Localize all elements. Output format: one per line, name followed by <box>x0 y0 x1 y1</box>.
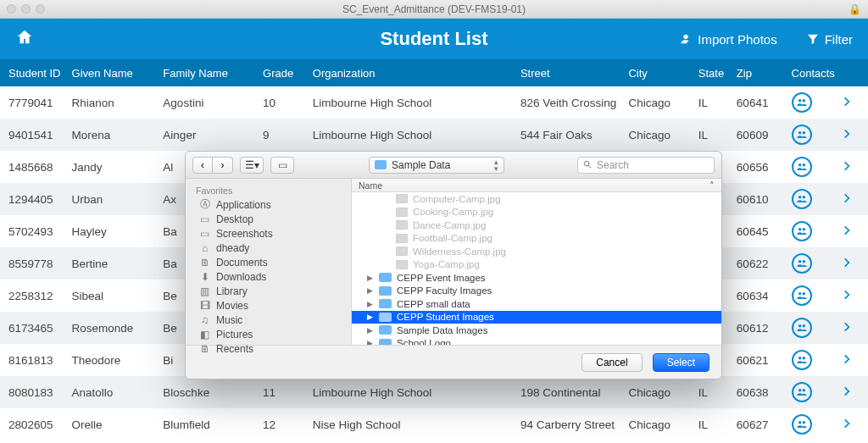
chevron-right-icon <box>841 96 853 108</box>
home-button[interactable] <box>15 28 34 50</box>
image-thumb-icon <box>396 234 408 243</box>
sidebar-item[interactable]: ⌂dheady <box>186 241 351 255</box>
cell-family-name: Bloschke <box>163 386 263 399</box>
file-item[interactable]: Cooking-Camp.jpg <box>352 206 721 219</box>
contacts-button[interactable] <box>792 382 812 402</box>
contacts-button[interactable] <box>792 285 812 306</box>
row-detail-button[interactable] <box>841 355 853 368</box>
col-contacts[interactable]: Contacts <box>792 67 842 80</box>
search-input[interactable]: Search <box>577 157 715 174</box>
row-detail-button[interactable] <box>841 387 853 400</box>
sidebar-item[interactable]: ♫Music <box>186 313 351 327</box>
disclosure-triangle-icon[interactable]: ▶ <box>367 274 374 282</box>
table-row[interactable]: 9401541MorenaAinger9Limbourne High Schoo… <box>0 119 868 151</box>
sidebar-item[interactable]: ⒶApplications <box>186 197 351 212</box>
folder-item[interactable]: ▶Sample Data Images <box>352 324 721 337</box>
minimize-icon[interactable] <box>21 4 31 14</box>
nav-back-button[interactable]: ‹ <box>192 157 213 174</box>
contacts-button[interactable] <box>792 125 812 145</box>
contacts-button[interactable] <box>792 350 812 370</box>
zoom-icon[interactable] <box>36 4 45 14</box>
sidebar-item[interactable]: ▥Library <box>186 284 351 298</box>
folder-item[interactable]: ▶CEPP Faculty Images <box>352 285 721 298</box>
traffic-lights[interactable] <box>7 4 45 14</box>
disclosure-triangle-icon[interactable]: ▶ <box>367 339 374 345</box>
disclosure-triangle-icon[interactable]: ▶ <box>367 286 374 295</box>
table-row[interactable]: 2802605OrelleBlumfield12Nise High School… <box>0 408 868 440</box>
contacts-button[interactable] <box>792 414 812 435</box>
filter-label: Filter <box>825 32 853 47</box>
sidebar-item[interactable]: ⬇Downloads <box>186 269 351 284</box>
col-family-name[interactable]: Family Name <box>163 67 263 80</box>
row-detail-button[interactable] <box>841 323 853 335</box>
nav-forward-button[interactable]: › <box>213 157 233 174</box>
cell-given-name: Anatollo <box>72 386 164 399</box>
nav-back-forward[interactable]: ‹ › <box>192 157 233 174</box>
row-detail-button[interactable] <box>841 97 853 110</box>
folder-item[interactable]: ▶School Logo <box>352 337 721 346</box>
sidebar-item-icon: ▥ <box>199 285 210 297</box>
filter-button[interactable]: Filter <box>806 32 853 47</box>
close-icon[interactable] <box>7 4 16 14</box>
funnel-icon <box>806 32 820 46</box>
file-item[interactable]: Wilderness-Camp.jpg <box>352 245 721 258</box>
row-detail-button[interactable] <box>841 258 853 271</box>
file-item[interactable]: Football-Camp.jpg <box>352 232 721 246</box>
folder-icon <box>379 313 392 322</box>
disclosure-triangle-icon[interactable]: ▶ <box>367 313 374 321</box>
group-button[interactable]: ▭ <box>270 157 294 174</box>
cell-family-name: Ainger <box>163 129 263 141</box>
disclosure-triangle-icon[interactable]: ▶ <box>367 300 374 308</box>
col-zip[interactable]: Zip <box>737 67 792 80</box>
file-item[interactable]: Dance-Camp.jpg <box>352 219 721 232</box>
folder-item[interactable]: ▶CEPP Event Images <box>352 271 721 285</box>
file-name: Dance-Camp.jpg <box>413 220 486 230</box>
folder-item[interactable]: ▶CEPP small data <box>352 297 721 311</box>
contacts-button[interactable] <box>792 253 812 274</box>
contacts-button[interactable] <box>792 157 812 177</box>
table-row[interactable]: 7779041RhianonAgostini10Limbourne High S… <box>0 86 868 119</box>
disclosure-triangle-icon[interactable]: ▶ <box>367 326 374 335</box>
sidebar-item[interactable]: ▭Desktop <box>186 212 351 226</box>
row-detail-button[interactable] <box>841 162 853 174</box>
contacts-button[interactable] <box>792 318 812 338</box>
image-thumb-icon <box>396 208 408 217</box>
col-street[interactable]: Street <box>520 67 628 80</box>
col-student-id[interactable]: Student ID <box>8 67 72 80</box>
row-detail-button[interactable] <box>841 226 853 239</box>
search-placeholder: Search <box>597 159 629 171</box>
col-organization[interactable]: Organization <box>313 67 520 80</box>
folder-item[interactable]: ▶CEPP Student Images <box>352 311 721 324</box>
row-detail-button[interactable] <box>841 194 853 207</box>
sidebar-item[interactable]: ◧Pictures <box>186 327 351 341</box>
col-state[interactable]: State <box>698 67 737 80</box>
row-detail-button[interactable] <box>841 130 853 142</box>
contacts-button[interactable] <box>792 221 812 241</box>
folder-dropdown[interactable]: Sample Data ▴▾ <box>369 157 504 174</box>
sidebar-item[interactable]: 🗎Recents <box>186 341 351 356</box>
import-photos-button[interactable]: Import Photos <box>679 32 776 47</box>
row-detail-button[interactable] <box>841 419 853 432</box>
cancel-button[interactable]: Cancel <box>581 353 642 372</box>
col-grade[interactable]: Grade <box>263 67 313 80</box>
contacts-button[interactable] <box>792 189 812 209</box>
sidebar-item[interactable]: 🎞Movies <box>186 298 351 313</box>
row-detail-button[interactable] <box>841 291 853 303</box>
sort-indicator-icon[interactable]: ˄ <box>709 180 715 191</box>
name-column-header[interactable]: Name <box>359 180 382 191</box>
cell-zip: 60634 <box>737 290 792 302</box>
select-button[interactable]: Select <box>653 353 709 372</box>
view-mode-button[interactable]: ☰▾ <box>240 157 264 174</box>
table-row[interactable]: 8080183AnatolloBloschke11Limbourne High … <box>0 376 868 408</box>
col-city[interactable]: City <box>628 67 698 80</box>
file-item[interactable]: Computer-Camp.jpg <box>352 192 721 206</box>
col-given-name[interactable]: Given Name <box>72 67 164 80</box>
people-icon <box>796 129 808 141</box>
sidebar-item[interactable]: ▭Screenshots <box>186 226 351 241</box>
cell-student-id: 5702493 <box>8 225 72 238</box>
sidebar-item-icon: 🗎 <box>199 343 210 355</box>
contacts-button[interactable] <box>792 92 812 113</box>
sidebar-item[interactable]: 🗎Documents <box>186 255 351 269</box>
cell-state: IL <box>698 129 737 141</box>
file-item[interactable]: Yoga-Camp.jpg <box>352 258 721 272</box>
